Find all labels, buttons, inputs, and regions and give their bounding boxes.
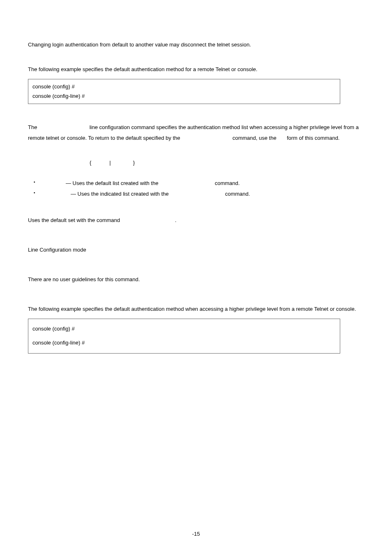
command-mode: Line Configuration mode xyxy=(28,245,364,255)
desc-seg: The xyxy=(28,124,39,130)
bullet-seg: command. xyxy=(224,191,250,197)
code-line: console (config) # xyxy=(32,323,336,335)
desc-seg: form of this command. xyxy=(285,135,339,141)
page-number: -15 xyxy=(0,529,392,539)
default-seg: . xyxy=(175,217,177,223)
syntax-line: {|} xyxy=(28,157,364,168)
code-line: console (config-line) # xyxy=(32,337,336,349)
default-config: Uses the default set with the command . xyxy=(28,215,364,226)
parameter-list: — Uses the default list created with the… xyxy=(32,178,364,199)
bullet-seg: command. xyxy=(213,180,240,186)
code-line: console (config-line) # xyxy=(32,91,336,101)
user-guidelines-text: Changing login authentication from defau… xyxy=(28,39,364,50)
code-line: console (config) # xyxy=(32,82,336,91)
brace-open: { xyxy=(90,160,91,166)
list-item: — Uses the default list created with the… xyxy=(32,178,364,189)
pipe: | xyxy=(109,160,111,166)
example-intro-1: The following example specifies the defa… xyxy=(28,64,364,75)
bullet-seg: — Uses the default list created with the xyxy=(66,180,160,186)
bullet-seg: — Uses the indicated list created with t… xyxy=(71,191,170,197)
list-item: — Uses the indicated list created with t… xyxy=(32,189,364,199)
example-intro-2: The following example specifies the defa… xyxy=(28,304,364,314)
code-example-1: console (config) # console (config-line)… xyxy=(28,79,340,104)
default-seg: Uses the default set with the command xyxy=(28,217,122,223)
brace-close: } xyxy=(133,160,135,166)
code-example-2: console (config) # console (config-line)… xyxy=(28,319,340,354)
desc-seg: command, use the xyxy=(231,135,278,141)
user-guidelines-none: There are no user guidelines for this co… xyxy=(28,274,364,285)
command-description: The line configuration command specifies… xyxy=(28,122,364,143)
